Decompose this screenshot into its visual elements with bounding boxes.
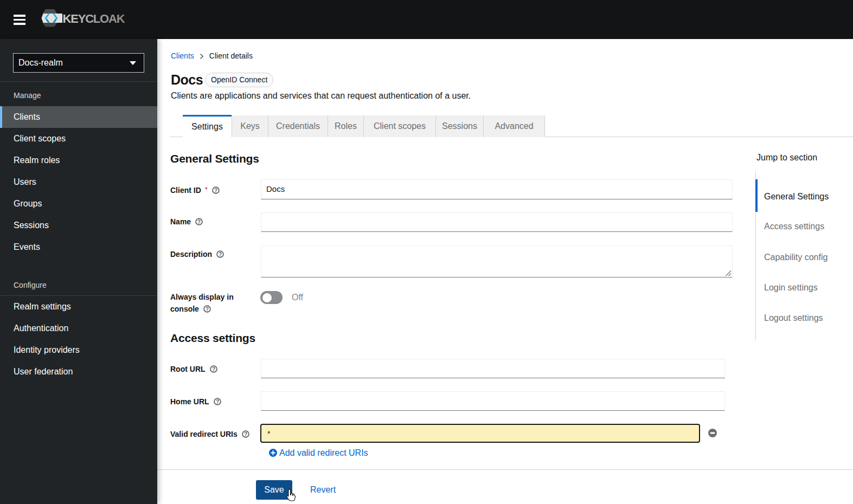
svg-text:KEYCLOAK: KEYCLOAK bbox=[63, 12, 125, 25]
svg-text:?: ? bbox=[197, 219, 201, 225]
svg-text:?: ? bbox=[214, 188, 217, 193]
svg-text:?: ? bbox=[216, 399, 219, 405]
svg-text:?: ? bbox=[206, 306, 209, 312]
svg-text:?: ? bbox=[219, 251, 222, 257]
svg-text:?: ? bbox=[244, 431, 247, 437]
svg-text:?: ? bbox=[211, 366, 215, 372]
